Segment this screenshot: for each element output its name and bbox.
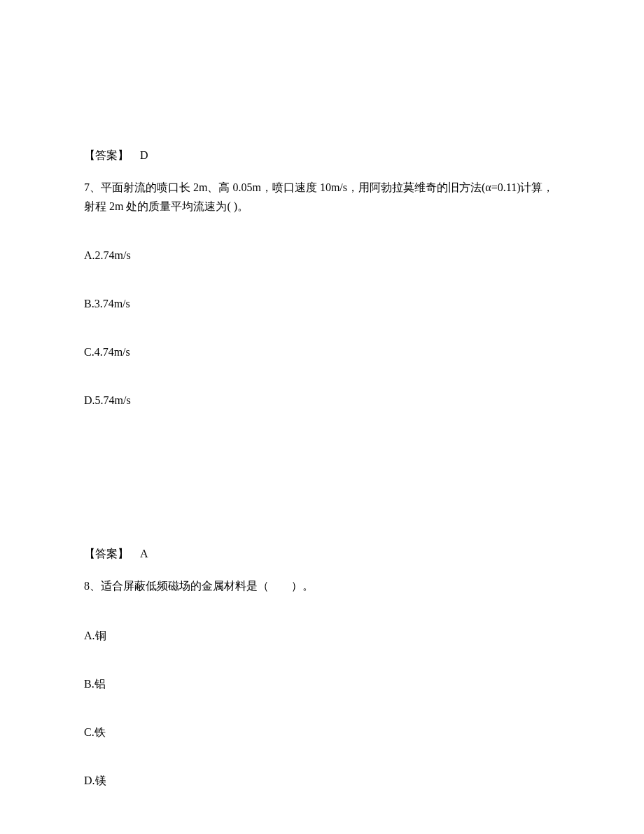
question-number: 8、	[84, 580, 101, 592]
option-7-a: A.2.74m/s	[84, 247, 560, 264]
document-page: 【答案】 D 7、平面射流的喷口长 2m、高 0.05m，喷口速度 10m/s，…	[0, 0, 644, 834]
option-8-c: C.铁	[84, 724, 560, 741]
answer-value: D	[140, 149, 148, 161]
question-body: 适合屏蔽低频磁场的金属材料是（ ）。	[101, 580, 314, 592]
answer-block-1: 【答案】 D	[84, 147, 560, 164]
answer-label: 【答案】	[84, 149, 129, 161]
answer-block-2: 【答案】 A	[84, 545, 560, 562]
option-7-b: B.3.74m/s	[84, 296, 560, 312]
spacer	[84, 440, 560, 545]
option-7-c: C.4.74m/s	[84, 344, 560, 361]
option-7-d: D.5.74m/s	[84, 392, 560, 409]
question-8: 8、适合屏蔽低频磁场的金属材料是（ ）。	[84, 576, 560, 595]
answer-label: 【答案】	[84, 548, 129, 560]
option-8-a: A.铜	[84, 627, 560, 644]
question-body: 平面射流的喷口长 2m、高 0.05m，喷口速度 10m/s，用阿勃拉莫维奇的旧…	[84, 181, 554, 212]
option-8-d: D.镁	[84, 772, 560, 789]
question-number: 7、	[84, 181, 101, 193]
answer-value: A	[140, 548, 148, 560]
option-8-b: B.铝	[84, 676, 560, 693]
question-7: 7、平面射流的喷口长 2m、高 0.05m，喷口速度 10m/s，用阿勃拉莫维奇…	[84, 178, 560, 216]
